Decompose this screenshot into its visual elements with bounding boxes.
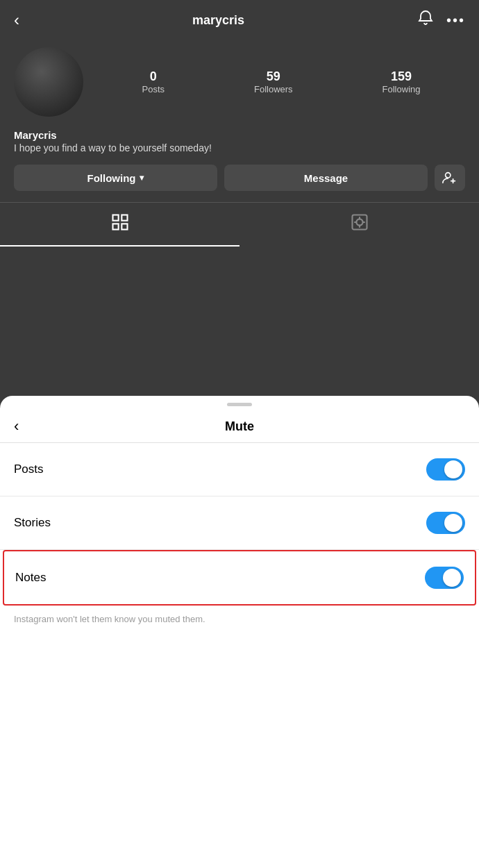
svg-point-0 (446, 173, 451, 178)
tagged-icon (350, 212, 369, 237)
stories-toggle-label: Stories (14, 516, 51, 530)
following-label: Following (383, 84, 421, 94)
nav-icons: ••• (417, 10, 465, 31)
profile-stats: 0 Posts 59 Followers 159 Following (97, 69, 465, 94)
profile-description: I hope you find a way to be yourself som… (14, 142, 465, 153)
tab-tagged[interactable] (239, 203, 479, 247)
svg-rect-1 (112, 215, 118, 221)
chevron-down-icon: ▾ (140, 173, 144, 183)
profile-bio: Marycris I hope you find a way to be you… (0, 128, 479, 165)
mute-notes-row: Notes (3, 550, 476, 606)
sheet-header: ‹ Mute (0, 406, 479, 442)
message-button[interactable]: Message (224, 165, 428, 191)
followers-count: 59 (267, 69, 280, 84)
sheet-back-icon[interactable]: ‹ (14, 417, 19, 435)
notes-toggle[interactable] (425, 567, 464, 589)
sheet-title: Mute (225, 419, 254, 434)
avatar (14, 47, 83, 117)
posts-count: 0 (150, 69, 157, 84)
following-label: Following (87, 172, 136, 184)
posts-label: Posts (142, 84, 165, 94)
more-options-icon[interactable]: ••• (446, 12, 465, 28)
profile-background: ‹ marycris ••• 0 Posts 59 Followers (0, 0, 479, 431)
stories-toggle[interactable] (426, 512, 465, 534)
posts-toggle[interactable] (426, 458, 465, 481)
followers-label: Followers (254, 84, 293, 94)
stat-posts[interactable]: 0 Posts (142, 69, 165, 94)
following-button[interactable]: Following ▾ (14, 165, 217, 191)
grid-icon (110, 212, 130, 237)
tab-grid[interactable] (0, 203, 239, 247)
action-buttons: Following ▾ Message (0, 165, 479, 191)
stat-followers[interactable]: 59 Followers (254, 69, 293, 94)
svg-point-6 (356, 219, 362, 225)
svg-rect-3 (112, 224, 118, 229)
svg-rect-2 (121, 215, 127, 221)
posts-toggle-label: Posts (14, 462, 44, 476)
stat-following[interactable]: 159 Following (383, 69, 421, 94)
tab-bar (0, 202, 479, 247)
profile-header: 0 Posts 59 Followers 159 Following (0, 40, 479, 128)
profile-username: marycris (192, 13, 244, 28)
back-icon[interactable]: ‹ (14, 10, 19, 30)
notes-toggle-label: Notes (15, 571, 46, 585)
add-friend-button[interactable] (435, 165, 465, 191)
sheet-footnote: Instagram won't let them know you muted … (0, 606, 479, 633)
profile-display-name: Marycris (14, 129, 465, 141)
bottom-sheet: ‹ Mute Posts Stories Notes Instagram won… (0, 396, 479, 868)
mute-stories-row: Stories (0, 496, 479, 550)
svg-rect-4 (121, 224, 127, 229)
following-count: 159 (391, 69, 412, 84)
mute-posts-row: Posts (0, 443, 479, 496)
top-nav: ‹ marycris ••• (0, 0, 479, 40)
notification-icon[interactable] (417, 10, 434, 31)
